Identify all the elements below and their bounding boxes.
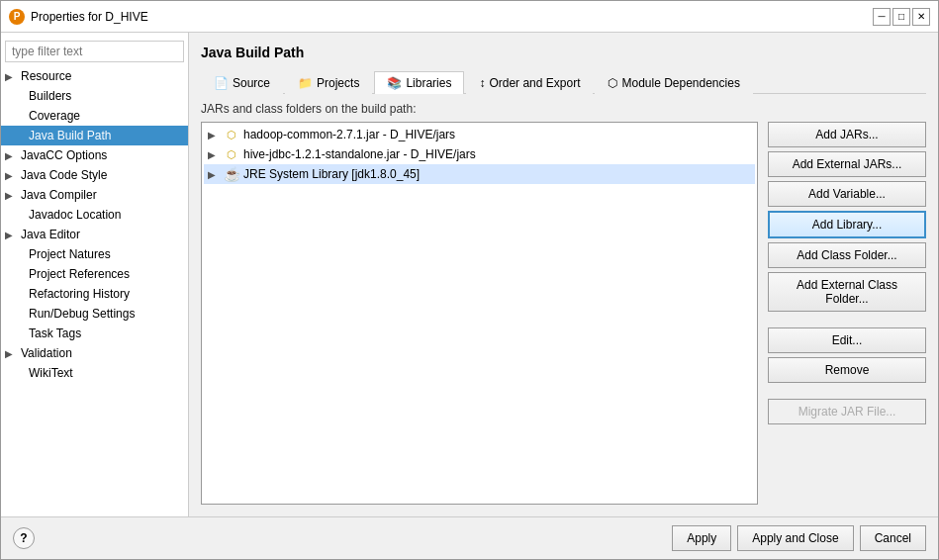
expand-arrow-validation: ▶: [5, 348, 17, 359]
jar-label: hive-jdbc-1.2.1-standalone.jar - D_HIVE/…: [243, 147, 476, 161]
projects-tab-icon: 📁: [298, 76, 313, 90]
bottom-right: Apply Apply and Close Cancel: [672, 525, 926, 551]
jar-icon: ⬡: [224, 127, 239, 142]
apply-button[interactable]: Apply: [672, 525, 731, 551]
jar-expand-icon: ▶: [208, 169, 220, 180]
sidebar-item-project-references[interactable]: Project References: [1, 264, 188, 284]
sidebar-item-java-build-path[interactable]: Java Build Path: [1, 126, 188, 145]
sidebar-item-run-debug[interactable]: Run/Debug Settings: [1, 304, 188, 324]
list-item[interactable]: ▶ ⬡ hadoop-common-2.7.1.jar - D_HIVE/jar…: [204, 125, 755, 144]
sidebar-item-java-compiler[interactable]: ▶ Java Compiler: [1, 185, 188, 205]
sidebar-item-refactoring-history[interactable]: Refactoring History: [1, 284, 188, 304]
filter-input[interactable]: [5, 41, 184, 62]
sidebar-item-javadoc-location[interactable]: Javadoc Location: [1, 205, 188, 225]
sidebar-label-javacc: JavaCC Options: [21, 148, 107, 162]
tab-module-dependencies[interactable]: ⬡ Module Dependencies: [595, 71, 752, 94]
sidebar-label-refactoring: Refactoring History: [29, 287, 130, 301]
sidebar-label-java-build-path: Java Build Path: [29, 129, 111, 142]
sidebar-item-validation[interactable]: ▶ Validation: [1, 343, 188, 363]
dialog-title: Properties for D_HIVE: [31, 10, 148, 24]
build-area: ▶ ⬡ hadoop-common-2.7.1.jar - D_HIVE/jar…: [201, 122, 926, 505]
sidebar-label-wikitext: WikiText: [29, 366, 73, 380]
add-class-folder-button[interactable]: Add Class Folder...: [768, 242, 926, 268]
sidebar-label-coverage: Coverage: [29, 109, 80, 123]
sidebar-label-validation: Validation: [21, 346, 72, 360]
sidebar-label-builders: Builders: [29, 89, 71, 103]
sidebar-item-wikitext[interactable]: WikiText: [1, 363, 188, 383]
apply-close-button[interactable]: Apply and Close: [737, 525, 853, 551]
title-bar: P Properties for D_HIVE ─ □ ✕: [1, 1, 938, 33]
sidebar-item-task-tags[interactable]: Task Tags: [1, 324, 188, 343]
jar-label: JRE System Library [jdk1.8.0_45]: [243, 167, 420, 181]
jar-icon: ⬡: [224, 146, 239, 162]
jar-label: hadoop-common-2.7.1.jar - D_HIVE/jars: [243, 128, 455, 141]
sidebar-item-project-natures[interactable]: Project Natures: [1, 244, 188, 264]
expand-arrow-compiler: ▶: [5, 190, 17, 201]
add-variable-button[interactable]: Add Variable...: [768, 181, 926, 207]
maximize-button[interactable]: □: [892, 8, 910, 26]
module-tab-icon: ⬡: [608, 76, 617, 90]
expand-arrow-editor: ▶: [5, 230, 17, 240]
help-button[interactable]: ?: [13, 527, 35, 549]
sidebar-label-project-natures: Project Natures: [29, 247, 111, 261]
main-content: Java Build Path 📄 Source 📁 Projects 📚 Li…: [189, 33, 938, 516]
expand-arrow-javacc: ▶: [5, 150, 17, 161]
content-area: ▶ Resource Builders Coverage Java Build …: [1, 33, 938, 516]
sidebar: ▶ Resource Builders Coverage Java Build …: [1, 33, 189, 516]
migrate-jar-button[interactable]: Migrate JAR File...: [768, 399, 926, 424]
dialog-icon: P: [9, 9, 25, 25]
jre-icon: ☕: [224, 166, 239, 182]
jar-expand-icon: ▶: [208, 149, 220, 160]
order-tab-icon: ↕: [479, 76, 485, 90]
add-external-jars-button[interactable]: Add External JARs...: [768, 151, 926, 177]
tab-source-label: Source: [233, 76, 270, 90]
add-external-class-folder-button[interactable]: Add External Class Folder...: [768, 272, 926, 312]
jars-list[interactable]: ▶ ⬡ hadoop-common-2.7.1.jar - D_HIVE/jar…: [201, 122, 758, 505]
cancel-button[interactable]: Cancel: [860, 525, 926, 551]
sidebar-label-code-style: Java Code Style: [21, 168, 107, 182]
tab-projects-label: Projects: [317, 76, 359, 90]
tab-libraries-label: Libraries: [406, 76, 451, 90]
remove-button[interactable]: Remove: [768, 357, 926, 383]
sidebar-label-editor: Java Editor: [21, 228, 80, 241]
list-item[interactable]: ▶ ☕ JRE System Library [jdk1.8.0_45]: [204, 164, 755, 184]
minimize-button[interactable]: ─: [873, 8, 891, 26]
add-library-button[interactable]: Add Library...: [768, 211, 926, 238]
sidebar-label-resource: Resource: [21, 69, 71, 83]
section-title: Java Build Path: [201, 45, 926, 60]
jars-panel: ▶ ⬡ hadoop-common-2.7.1.jar - D_HIVE/jar…: [201, 122, 758, 505]
sidebar-item-java-code-style[interactable]: ▶ Java Code Style: [1, 165, 188, 185]
tab-order-export[interactable]: ↕ Order and Export: [466, 71, 593, 94]
sidebar-item-builders[interactable]: Builders: [1, 86, 188, 106]
properties-dialog: P Properties for D_HIVE ─ □ ✕ ▶ Resource…: [0, 0, 939, 560]
sidebar-label-compiler: Java Compiler: [21, 188, 97, 202]
sidebar-label-run-debug: Run/Debug Settings: [29, 307, 135, 321]
tab-libraries[interactable]: 📚 Libraries: [374, 71, 464, 94]
title-controls: ─ □ ✕: [873, 8, 930, 26]
bottom-left: ?: [13, 527, 35, 549]
sidebar-item-javacc-options[interactable]: ▶ JavaCC Options: [1, 145, 188, 165]
libraries-tab-icon: 📚: [387, 76, 402, 90]
expand-arrow-code-style: ▶: [5, 170, 17, 181]
title-bar-left: P Properties for D_HIVE: [9, 9, 148, 25]
tabs: 📄 Source 📁 Projects 📚 Libraries ↕ Order …: [201, 70, 926, 94]
tab-source[interactable]: 📄 Source: [201, 71, 283, 94]
jar-expand-icon: ▶: [208, 130, 220, 140]
sidebar-item-coverage[interactable]: Coverage: [1, 106, 188, 126]
bottom-bar: ? Apply Apply and Close Cancel: [1, 516, 938, 559]
edit-button[interactable]: Edit...: [768, 327, 926, 353]
add-jars-button[interactable]: Add JARs...: [768, 122, 926, 147]
close-button[interactable]: ✕: [912, 8, 930, 26]
sidebar-label-project-references: Project References: [29, 267, 130, 281]
expand-arrow-resource: ▶: [5, 71, 17, 82]
tab-projects[interactable]: 📁 Projects: [285, 71, 372, 94]
sidebar-item-resource[interactable]: ▶ Resource: [1, 66, 188, 86]
source-tab-icon: 📄: [214, 76, 229, 90]
tab-order-label: Order and Export: [489, 76, 580, 90]
list-item[interactable]: ▶ ⬡ hive-jdbc-1.2.1-standalone.jar - D_H…: [204, 144, 755, 164]
buttons-panel: Add JARs... Add External JARs... Add Var…: [768, 122, 926, 505]
jars-label: JARs and class folders on the build path…: [201, 102, 926, 116]
tab-module-label: Module Dependencies: [621, 76, 739, 90]
sidebar-label-javadoc: Javadoc Location: [29, 208, 121, 222]
sidebar-item-java-editor[interactable]: ▶ Java Editor: [1, 225, 188, 244]
